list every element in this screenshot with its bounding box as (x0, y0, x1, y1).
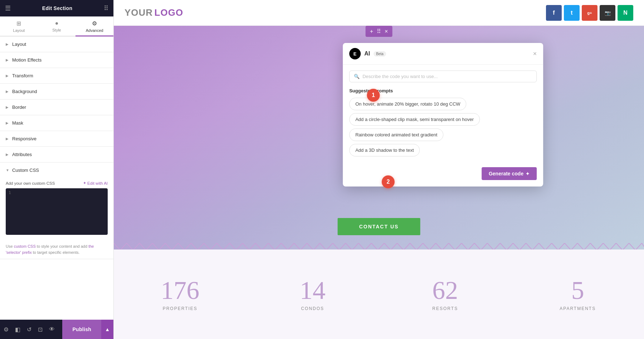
instagram-icon: 📷 (605, 10, 611, 16)
modal-footer: Generate code ✦ (343, 162, 543, 187)
custom-css-meta: Add your own custom CSS ✦ Edit with AI (6, 181, 108, 185)
step-2-circle: 2 (382, 175, 395, 188)
preview-icon[interactable]: 👁 (49, 326, 55, 333)
line-number-1: 1 (9, 190, 11, 195)
generate-icon: ✦ (526, 171, 530, 176)
stat-number-condos: 14 (300, 277, 326, 303)
tab-style-label: Style (52, 28, 61, 32)
stats-section: 176 PROPERTIES 14 CONDOS 62 RESORTS 5 AP… (114, 250, 644, 339)
section-layout[interactable]: ▶ Layout (0, 37, 113, 52)
history-icon[interactable]: ↺ (27, 326, 31, 333)
stat-number-resorts: 62 (432, 277, 458, 303)
modal-title: AI (364, 50, 370, 57)
modal-header: E AI Beta × (343, 43, 543, 65)
elementor-icon: E (349, 48, 361, 59)
stat-label-condos: CONDOS (301, 306, 324, 311)
publish-group: Publish ▲ (62, 320, 113, 339)
generate-code-button[interactable]: Generate code ✦ (482, 167, 537, 180)
section-toolbar: + ⠿ × (366, 26, 392, 37)
instagram-button[interactable]: 📷 (600, 5, 615, 21)
twitter-icon: t (571, 10, 572, 16)
panel-title: Edit Section (42, 5, 73, 11)
modal-close-button[interactable]: × (533, 50, 537, 58)
tab-advanced[interactable]: ⚙ Advanced (75, 16, 113, 37)
ai-search-input[interactable] (362, 74, 532, 79)
add-section-icon[interactable]: + (370, 28, 373, 35)
section-attributes-label: Attributes (12, 152, 32, 157)
arrow-icon: ▶ (6, 74, 9, 78)
facebook-button[interactable]: f (546, 5, 562, 21)
custom-css-title: Custom CSS (12, 168, 39, 173)
tab-layout[interactable]: ⊞ Layout (0, 16, 38, 37)
search-container[interactable]: 🔍 (349, 71, 537, 82)
advanced-icon: ⚙ (92, 20, 97, 27)
style-icon: ● (55, 20, 59, 26)
section-mask-label: Mask (12, 120, 23, 126)
section-responsive[interactable]: ▶ Responsive (0, 131, 113, 147)
sparkle-icon: ✦ (83, 181, 86, 185)
edit-ai-label: Edit with AI (87, 181, 108, 185)
settings-icon[interactable]: ⚙ (4, 326, 9, 333)
prompt-chips: On hover, animate 20% bigger, rotato 10 … (349, 98, 537, 156)
stat-properties: 176 PROPERTIES (114, 270, 247, 318)
edit-with-ai-button[interactable]: ✦ Edit with AI (83, 181, 108, 185)
line-numbers: 1 (9, 190, 14, 233)
modal-body: 🔍 Suggested prompts On hover, animate 20… (343, 65, 543, 162)
section-background[interactable]: ▶ Background (0, 84, 113, 100)
n-button[interactable]: N (618, 5, 633, 21)
stat-label-properties: PROPERTIES (163, 306, 197, 311)
custom-css-section: ▼ Custom CSS Add your own custom CSS ✦ E… (0, 163, 113, 259)
close-section-icon[interactable]: × (385, 28, 388, 35)
google-icon: g+ (587, 11, 592, 15)
custom-css-header[interactable]: ▼ Custom CSS (0, 163, 113, 178)
publish-button[interactable]: Publish (62, 320, 101, 339)
top-bar: YOUR LOGO f t g+ 📷 N (114, 0, 644, 26)
arrow-icon: ▶ (6, 89, 9, 93)
prompt-chip-0[interactable]: On hover, animate 20% bigger, rotato 10 … (349, 98, 466, 110)
publish-caret-button[interactable]: ▲ (101, 320, 113, 339)
twitter-button[interactable]: t (564, 5, 580, 21)
section-layout-label: Layout (12, 42, 26, 47)
layout-icon: ⊞ (16, 20, 21, 27)
contact-us-button[interactable]: CONTACT US (338, 218, 420, 235)
bottom-icons: ⚙ ◧ ↺ ⊡ 👁 (4, 326, 55, 333)
css-textarea[interactable] (14, 190, 105, 233)
layers-icon[interactable]: ◧ (15, 326, 20, 333)
section-transform[interactable]: ▶ Transform (0, 68, 113, 84)
stat-label-resorts: RESORTS (432, 306, 458, 311)
prompt-chip-2[interactable]: Rainbow colored animated text gradient (349, 129, 443, 141)
template-icon[interactable]: ⊡ (38, 326, 43, 333)
facebook-icon: f (553, 10, 555, 16)
section-border-label: Border (12, 105, 26, 110)
stat-number-properties: 176 (161, 277, 199, 303)
arrow-icon: ▶ (6, 121, 9, 125)
grid-icon[interactable]: ⠿ (104, 4, 108, 12)
elementor-icon-label: E (353, 51, 357, 57)
panel-bottom: ⚙ ◧ ↺ ⊡ 👁 Publish ▲ (0, 320, 113, 339)
ai-modal: E AI Beta × 🔍 Suggested prompts On hover… (343, 43, 543, 187)
logo: YOUR LOGO (125, 7, 183, 18)
section-border[interactable]: ▶ Border (0, 100, 113, 115)
generate-code-label: Generate code (489, 171, 523, 176)
hamburger-icon[interactable]: ☰ (5, 4, 11, 12)
section-attributes[interactable]: ▶ Attributes (0, 147, 113, 163)
tab-style[interactable]: ● Style (38, 16, 76, 37)
step-1-circle: 1 (367, 89, 380, 102)
prompt-chip-3[interactable]: Add a 3D shadow to the text (349, 144, 420, 156)
section-background-label: Background (12, 89, 37, 94)
drag-section-icon[interactable]: ⠿ (377, 28, 381, 35)
prompt-chip-1[interactable]: Add a circle-shaped clip mask, semi tran… (349, 113, 480, 126)
arrow-icon: ▶ (6, 105, 9, 109)
google-button[interactable]: g+ (582, 5, 597, 21)
panel-sections: ▶ Layout ▶ Motion Effects ▶ Transform ▶ … (0, 37, 113, 320)
arrow-icon: ▶ (6, 58, 9, 62)
arrow-icon: ▶ (6, 152, 9, 156)
section-responsive-label: Responsive (12, 136, 36, 141)
modal-header-left: E AI Beta (349, 48, 386, 59)
section-mask[interactable]: ▶ Mask (0, 115, 113, 131)
custom-css-link[interactable]: custom CSS (14, 244, 36, 248)
custom-css-label: Add your own custom CSS (6, 181, 55, 185)
section-motion-effects[interactable]: ▶ Motion Effects (0, 52, 113, 68)
arrow-icon: ▶ (6, 42, 9, 46)
tab-layout-label: Layout (13, 28, 25, 33)
